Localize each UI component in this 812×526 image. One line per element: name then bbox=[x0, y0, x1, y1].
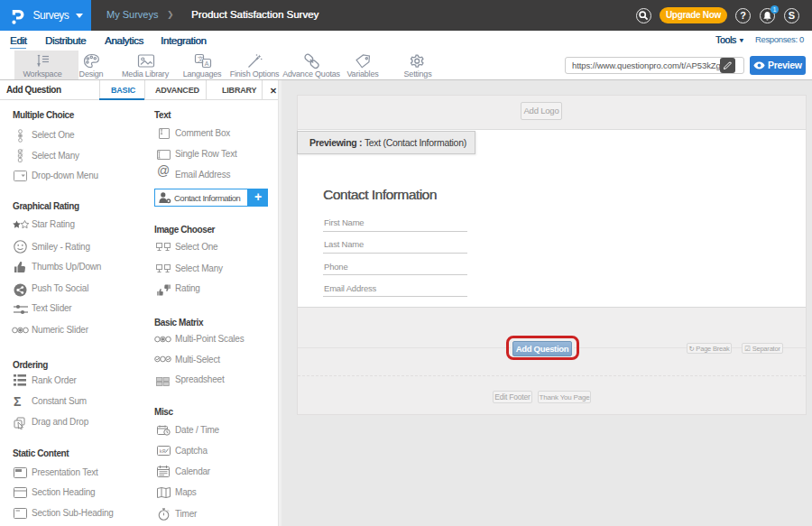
svg-text:A: A bbox=[205, 60, 209, 67]
svg-text:文: 文 bbox=[198, 55, 204, 62]
svg-text:kR: kR bbox=[160, 448, 167, 455]
